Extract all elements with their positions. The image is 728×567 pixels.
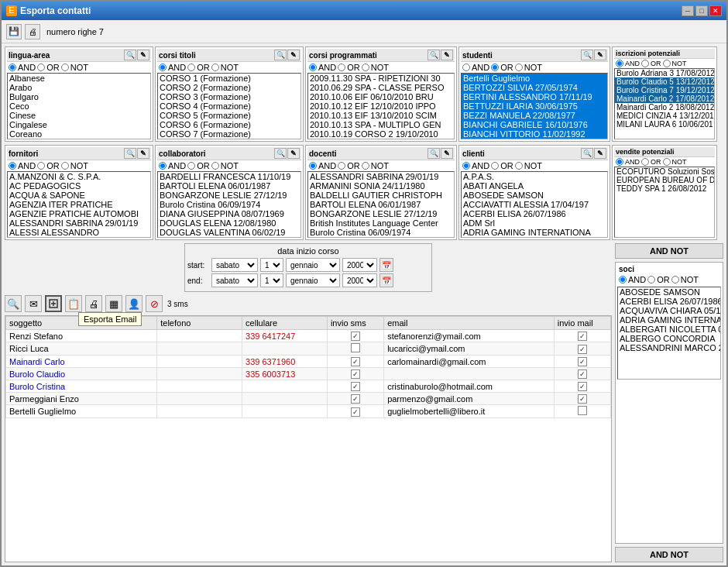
studenti-icon1[interactable]: 🔍 [581,50,593,60]
stop-action-icon[interactable]: ⊘ [146,295,163,312]
list-item[interactable]: 2010.10.13 EIF 13/10/2010 SCIM [308,111,454,120]
invio-mail-checkbox[interactable] [578,369,587,379]
list-item[interactable]: ACERBI ELISA 26/07/1986 [618,297,720,306]
end-day-select[interactable]: sabato [211,273,258,287]
lingua-filter-icon2[interactable]: ✎ [137,50,149,60]
list-item[interactable]: Coreano [8,129,150,139]
corsi-prog-list[interactable]: 2009.11.30 SPA - RIPETIZIONI 30 2010.06.… [307,73,455,139]
col-invio-mail[interactable]: invio mail [554,317,610,330]
save-icon[interactable]: 💾 [6,24,22,40]
collab-icon2[interactable]: ✎ [287,148,300,159]
list-item[interactable]: ABOSEDE SAMSON [618,287,720,297]
list-item[interactable]: CORSO 1 (Formazione) [158,74,300,83]
start-year-select[interactable]: 2000 [342,258,377,272]
doc-and-radio[interactable] [309,162,317,170]
corsi-titoli-icon2[interactable]: ✎ [287,50,300,60]
list-item[interactable]: CORSO 6 (Formazione) [158,120,300,129]
list-item[interactable]: ALESSI ALESSANDRO [8,228,150,237]
invio-mail-checkbox[interactable] [578,345,587,354]
invio-sms-checkbox[interactable] [351,357,360,366]
invio-sms-checkbox[interactable] [351,394,360,404]
end-num-select[interactable]: 1 [260,273,283,287]
corsi-titoli-not-radio[interactable] [211,64,219,71]
list-item[interactable]: ALBERGO CONCORDIA [618,334,720,343]
lingua-and-radio[interactable] [9,64,16,71]
table-row[interactable]: Ricci Luca lucaricci@ymail.com [6,342,611,356]
studenti-list[interactable]: Bertelli Guglielmo BERTOZZI SILVIA 27/05… [461,73,608,139]
studenti-icon2[interactable]: ✎ [594,50,606,60]
export-action-icon[interactable] [45,295,62,312]
data-table[interactable]: soggetto telefono cellulare invio sms em… [5,315,612,562]
list-item[interactable]: Bulgaro [8,92,150,101]
cell-invio-mail[interactable] [554,356,610,368]
list-item[interactable]: Mainardi Carlo 2 18/08/2012 [615,103,714,112]
table-row[interactable]: Parmeggiani Enzo parmenzo@gmail.com [6,393,611,405]
list-item[interactable]: ABATI ANGELA [462,181,607,191]
list-item[interactable]: ADRIA GAMING INTERNATIONA [462,228,607,237]
lingua-filter-icon1[interactable]: 🔍 [124,50,136,60]
list-item[interactable]: 2010.10.06 EIF 06/10/2010 BRU [308,92,454,101]
cli-not-radio[interactable] [515,162,523,170]
cell-invio-sms[interactable] [327,356,383,368]
list-item[interactable]: A.MANZONI & C. S.P.A. [8,172,150,181]
list-item[interactable]: ARMANINI SONIA 24/11/1980 [308,181,454,191]
print-action-icon[interactable]: 🖨 [85,295,102,312]
studenti-not-radio[interactable] [515,64,523,71]
doc-not-radio[interactable] [362,162,369,170]
invio-sms-checkbox[interactable] [351,343,360,352]
list-item[interactable]: CORSO 5 (Formazione) [158,111,300,120]
list-item[interactable]: Burolo Claudio 5 13/12/2012 [615,77,714,86]
cell-invio-mail[interactable] [554,405,610,418]
invio-sms-checkbox[interactable] [351,407,360,417]
list-item[interactable]: ALESSANDRI SABRINA 29/01/19 [308,172,454,181]
list-item[interactable]: Cingalese [8,120,150,129]
cell-invio-mail[interactable] [554,368,610,380]
start-num-select[interactable]: 1 [260,258,283,272]
list-item[interactable]: Burolo Cristina 7 19/12/2012 [615,86,714,94]
list-item[interactable]: MILANI LAURA 6 10/06/201 [615,120,714,129]
invio-mail-checkbox[interactable] [578,394,587,404]
list-item[interactable]: BERTOZZI SILVIA 27/05/1974 [462,83,607,92]
corsi-prog-not-radio[interactable] [362,64,369,71]
fornitori-icon1[interactable]: 🔍 [124,148,136,159]
corsi-titoli-or-radio[interactable] [187,64,195,71]
list-item[interactable]: BARDELLI FRANCESCA 11/10/19 [158,172,300,181]
corsi-titoli-list[interactable]: CORSO 1 (Formazione) CORSO 2 (Formazione… [157,73,301,139]
cell-invio-mail[interactable] [554,342,610,356]
list-item[interactable]: DOUGLAS ELENA 12/08/1980 [158,218,300,228]
invio-sms-checkbox[interactable] [351,382,360,391]
collab-icon1[interactable]: 🔍 [274,148,287,159]
docenti-list[interactable]: ALESSANDRI SABRINA 29/01/19 ARMANINI SON… [307,171,455,238]
cell-invio-sms[interactable] [327,330,383,342]
cell-invio-sms[interactable] [327,405,383,418]
list-item[interactable]: BARTOLI ELENA 06/01/1987 [308,200,454,209]
table-row[interactable]: Renzi Stefano 339 6417247 stefanorenzi@y… [6,330,611,342]
list-item[interactable]: BETTUZZI ILARIA 30/06/1975 [462,101,607,111]
corsi-prog-icon1[interactable]: 🔍 [428,50,440,60]
table-row[interactable]: Mainardi Carlo 339 6371960 carlomainardi… [6,356,611,368]
invio-mail-checkbox[interactable] [578,357,587,366]
docenti-icon2[interactable]: ✎ [441,148,453,159]
clienti-icon2[interactable]: ✎ [594,148,606,159]
list-item[interactable]: 2010.10.12 EIF 12/10/2010 IPPO [308,101,454,111]
list-item[interactable]: Arabo [8,83,150,92]
fornitori-icon2[interactable]: ✎ [137,148,149,159]
end-calendar-btn[interactable]: 📅 [379,273,393,287]
list-item[interactable]: DOUGLAS VALENTINA 06/02/19 [158,228,300,237]
vendite-list[interactable]: ECOFUTURO Soluzioni Soste EUROPEAN BUREA… [614,167,715,238]
list-item[interactable]: BONGARZONE LESLIE 27/12/19 [308,209,454,218]
invio-mail-checkbox[interactable] [578,382,587,391]
search-action-icon[interactable]: 🔍 [5,295,22,312]
corsi-prog-and-radio[interactable] [309,64,317,71]
iscr-or-radio[interactable] [641,60,649,67]
list-item[interactable]: Mainardi Carlo 2 17/08/2012 [615,94,714,103]
studenti-and-radio[interactable] [462,64,470,71]
end-year-select[interactable]: 2000 [342,273,377,287]
list-item[interactable]: Burolo Cristina 06/09/1974 [308,228,454,237]
corsi-prog-or-radio[interactable] [338,64,345,71]
col-email[interactable]: email [384,317,555,330]
doc-or-radio[interactable] [338,162,345,170]
list-item[interactable]: 2010.06.29 SPA - CLASSE PERSO [308,83,454,92]
list-item[interactable]: Ceco [8,101,150,111]
list-item[interactable]: BARTOLI ELENA 06/01/1987 [158,181,300,191]
